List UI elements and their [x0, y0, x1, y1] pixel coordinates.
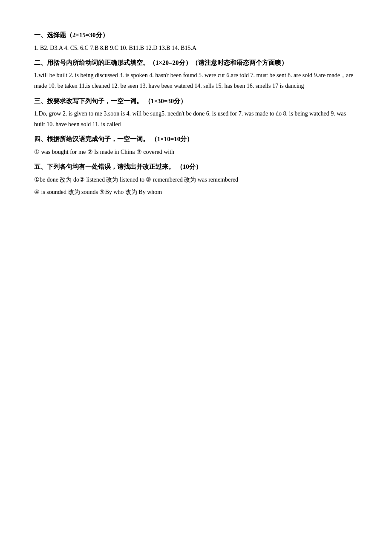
section-1-content: 1. B2. D3.A 4. C5. 6.C 7.B 8.B 9.C 10. B…: [34, 43, 358, 53]
section-5-line-1: ①be done 改为 do② listened 改为 listened to …: [34, 174, 358, 185]
section-3-title: 三、按要求改写下列句子，一空一词。 （1×30=30分）: [34, 96, 358, 107]
section-5-line-2: ④ is sounded 改为 sounds ⑤By who 改为 By who…: [34, 187, 358, 197]
section-4: 四、根据所给汉语完成句子，一空一词。 （1×10=10分） ① was boug…: [34, 134, 358, 157]
section-2: 二、用括号内所给动词的正确形式填空。（1×20=20分）（请注意时态和语态两个方…: [34, 58, 358, 92]
section-1: 一、选择题（2×15=30分） 1. B2. D3.A 4. C5. 6.C 7…: [34, 30, 358, 53]
section-4-content: ① was bought for me ② Is made in China ③…: [34, 147, 358, 157]
section-3-content: 1.Do, grow 2. is given to me 3.soon is 4…: [34, 108, 358, 130]
section-2-title: 二、用括号内所给动词的正确形式填空。（1×20=20分）（请注意时态和语态两个方…: [34, 58, 358, 69]
section-3: 三、按要求改写下列句子，一空一词。 （1×30=30分） 1.Do, grow …: [34, 96, 358, 130]
section-5-title: 五、下列各句均有一处错误，请找出并改正过来。 （10分）: [34, 162, 358, 173]
section-5: 五、下列各句均有一处错误，请找出并改正过来。 （10分） ①be done 改为…: [34, 162, 358, 197]
section-2-content: 1.will be built 2. is being discussed 3.…: [34, 70, 358, 91]
section-4-title: 四、根据所给汉语完成句子，一空一词。 （1×10=10分）: [34, 134, 358, 145]
page-container: 一、选择题（2×15=30分） 1. B2. D3.A 4. C5. 6.C 7…: [34, 30, 358, 197]
section-1-title: 一、选择题（2×15=30分）: [34, 30, 358, 41]
